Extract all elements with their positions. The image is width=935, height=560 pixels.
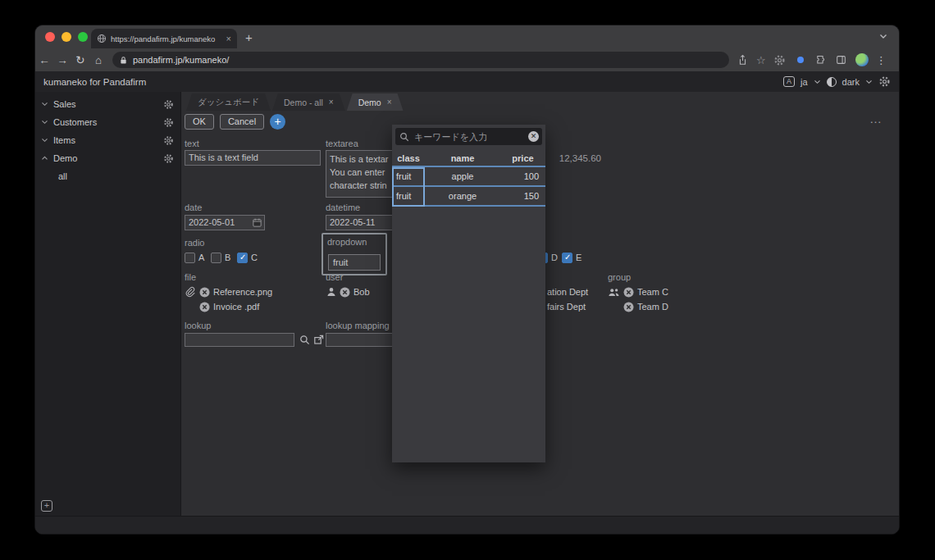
cell-price[interactable]: 150 xyxy=(500,187,545,205)
new-tab-button[interactable]: + xyxy=(245,30,253,46)
language-value[interactable]: ja xyxy=(800,77,808,87)
theme-contrast-icon[interactable] xyxy=(827,77,837,87)
sidebar-item-customers[interactable]: Customers xyxy=(35,113,180,131)
ok-button[interactable]: OK xyxy=(185,114,214,130)
tab-close-icon[interactable]: × xyxy=(329,98,334,107)
picker-table-header: class name price xyxy=(392,151,545,167)
cell-price[interactable]: 100 xyxy=(500,167,545,185)
share-icon[interactable] xyxy=(736,53,749,66)
address-bar[interactable]: pandafirm.jp/kumaneko/ xyxy=(112,52,729,68)
remove-file-icon[interactable] xyxy=(199,302,210,312)
gear-icon[interactable] xyxy=(163,117,174,128)
add-record-button[interactable]: + xyxy=(270,114,285,130)
column-header[interactable]: name xyxy=(425,151,500,166)
dropdown-select[interactable]: fruit xyxy=(328,254,381,271)
group-member-name[interactable]: Team D xyxy=(637,302,668,312)
extensions-puzzle-icon[interactable] xyxy=(814,53,828,66)
zoom-window-button[interactable] xyxy=(78,32,88,42)
column-header[interactable]: price xyxy=(500,151,545,166)
gear-icon[interactable] xyxy=(163,99,174,110)
bookmark-star-icon[interactable]: ☆ xyxy=(756,54,766,66)
profile-avatar[interactable] xyxy=(855,53,869,66)
close-window-button[interactable] xyxy=(45,32,55,42)
browser-menu-icon[interactable]: ⋮ xyxy=(876,54,887,66)
minimize-window-button[interactable] xyxy=(62,32,71,42)
app-header: kumaneko for Pandafirm A ja dark xyxy=(35,71,899,92)
cell-name[interactable]: apple xyxy=(425,167,500,185)
table-row[interactable]: fruit orange 150 xyxy=(392,187,545,207)
calendar-icon[interactable] xyxy=(252,217,262,228)
department-name[interactable]: fairs Dept xyxy=(547,302,586,312)
app-title: kumaneko for Pandafirm xyxy=(43,77,146,87)
file-field-label: file xyxy=(185,272,196,282)
language-chevron-icon[interactable] xyxy=(814,80,821,84)
group-member-name[interactable]: Team C xyxy=(637,287,668,297)
gear-icon[interactable] xyxy=(163,135,174,146)
app-statusbar xyxy=(35,516,899,535)
tab-search-chevron-icon[interactable] xyxy=(879,34,887,39)
search-icon xyxy=(399,132,409,142)
sidebar-item-items[interactable]: Items xyxy=(35,131,180,149)
theme-value[interactable]: dark xyxy=(842,77,860,87)
checkbox-a[interactable] xyxy=(185,253,195,263)
paperclip-icon[interactable] xyxy=(185,286,196,298)
record-tabs: ダッシュボード Demo - all × Demo × xyxy=(186,93,404,111)
column-header[interactable]: class xyxy=(392,151,425,166)
checkbox-c[interactable] xyxy=(237,253,248,263)
tab-close-icon[interactable]: × xyxy=(226,34,231,43)
chevron-down-icon xyxy=(41,138,48,143)
tab-close-icon[interactable]: × xyxy=(387,98,392,107)
remove-member-icon[interactable] xyxy=(623,287,634,298)
date-field-input[interactable]: 2022-05-01 xyxy=(185,215,265,230)
back-button[interactable]: ← xyxy=(35,54,53,66)
more-actions-button[interactable]: … xyxy=(869,112,883,125)
remove-file-icon[interactable] xyxy=(199,287,210,298)
dropdown-field-label: dropdown xyxy=(327,237,367,247)
external-link-icon[interactable] xyxy=(313,335,324,345)
table-row[interactable]: fruit apple 100 xyxy=(392,167,545,187)
lookup-input[interactable] xyxy=(185,333,294,347)
cell-class[interactable]: fruit xyxy=(392,187,425,205)
remove-member-icon[interactable] xyxy=(623,302,634,312)
checkbox-d-label: D xyxy=(551,253,558,262)
tab-demo-all[interactable]: Demo - all × xyxy=(272,93,345,111)
extension-dot-icon[interactable] xyxy=(794,53,807,66)
browser-tab[interactable]: https://pandafirm.jp/kumaneko × xyxy=(91,29,237,48)
settings-gear-icon[interactable] xyxy=(878,75,891,88)
language-icon[interactable]: A xyxy=(783,76,795,87)
checkbox-e-label: E xyxy=(576,253,582,262)
home-button[interactable]: ⌂ xyxy=(89,54,107,66)
picker-search-input[interactable] xyxy=(413,131,525,143)
cell-class[interactable]: fruit xyxy=(392,167,425,185)
search-icon[interactable] xyxy=(299,335,310,345)
tab-demo[interactable]: Demo × xyxy=(347,93,404,111)
department-name[interactable]: ation Dept xyxy=(547,287,588,297)
cell-name[interactable]: orange xyxy=(425,187,500,205)
remove-user-icon[interactable] xyxy=(340,287,350,298)
file-name[interactable]: Invoice .pdf xyxy=(213,302,259,312)
add-app-icon[interactable]: + xyxy=(41,500,52,512)
clear-search-icon[interactable]: ✕ xyxy=(528,131,539,142)
checkbox-b[interactable] xyxy=(211,253,221,263)
file-name[interactable]: Reference.png xyxy=(213,287,272,297)
textarea-field-label: textarea xyxy=(326,139,358,148)
side-panel-icon[interactable] xyxy=(835,53,848,66)
sidebar-item-demo[interactable]: Demo xyxy=(35,149,180,167)
extension-gear-icon[interactable] xyxy=(773,53,787,66)
reload-button[interactable]: ↻ xyxy=(71,53,89,66)
sidebar-item-demo-all[interactable]: all xyxy=(35,167,180,185)
gear-icon[interactable] xyxy=(163,153,174,164)
text-field-input[interactable]: This is a text field xyxy=(185,150,321,166)
sidebar-item-sales[interactable]: Sales xyxy=(35,95,180,113)
cancel-button[interactable]: Cancel xyxy=(220,114,264,130)
browser-tab-strip: https://pandafirm.jp/kumaneko × + xyxy=(35,25,899,48)
forward-button[interactable]: → xyxy=(53,54,71,66)
chevron-up-icon xyxy=(41,156,48,161)
theme-chevron-icon[interactable] xyxy=(865,80,873,84)
browser-toolbar: ← → ↻ ⌂ pandafirm.jp/kumaneko/ ☆ xyxy=(35,48,899,71)
checkbox-e[interactable] xyxy=(562,253,572,263)
tab-dashboard[interactable]: ダッシュボード xyxy=(186,93,271,111)
text-field-label: text xyxy=(185,139,199,148)
user-name[interactable]: Bob xyxy=(353,287,370,297)
picker-search-box[interactable]: ✕ xyxy=(395,128,542,145)
